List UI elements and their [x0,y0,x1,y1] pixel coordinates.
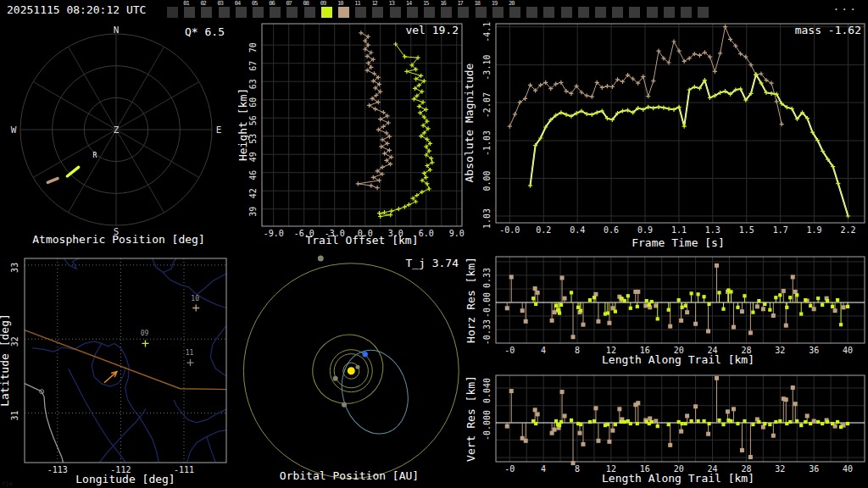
horz_res-plot: -04812162024283236400.33-0.00-0.33Length… [465,257,865,366]
frame-button-extra[interactable] [664,7,675,18]
station-label-10: 10 [191,295,199,302]
vert_res-plot: -04812162024283236400.040-0.000Length Al… [465,375,865,485]
streak-yellow [67,167,78,176]
station-marker-11 [187,359,194,366]
x-tick-label: -0.0 [499,225,520,235]
frame-button-12[interactable]: 12 [372,7,383,18]
radiant-marker: R [93,152,97,159]
x-tick-label: 9.0 [449,229,465,238]
top-bar: 20251115 08:20:12 UTC 010203040506070809… [0,0,868,21]
polar-spoke [69,47,117,130]
frame-button-02[interactable]: 02 [201,7,212,18]
frame-button-17[interactable]: 17 [458,7,469,18]
app-window: 20251115 08:20:12 UTC 010203040506070809… [0,0,868,488]
x-axis-title: Longitude [deg] [75,473,175,485]
x-axis-title: Frame Time [s] [632,236,725,249]
compass-west: W [11,125,17,136]
y-axis-title: Height [km] [236,88,249,161]
frame-button-07[interactable]: 07 [287,7,298,18]
gridlines [496,375,865,462]
frame-button-09[interactable]: 09 [321,7,332,18]
frame-button-05[interactable]: 05 [253,7,264,18]
compass-east: E [216,125,222,136]
frame-button-06[interactable]: 06 [270,7,281,18]
x-tick-label: 36 [809,464,819,474]
panel-title: Atmospheric Position [deg] [32,233,205,246]
coastline [25,384,64,463]
frame-button-18[interactable]: 18 [476,7,487,18]
y-tick-label: -0.33 [482,319,492,345]
frame-button-13[interactable]: 13 [390,7,401,18]
y-tick-label: 67 [248,61,258,71]
x-axis-title: Length Along Trail [km] [602,472,754,485]
plot-frame [262,24,462,226]
vert-yellow-markers [531,419,849,429]
direction-arrow [104,372,117,383]
river [187,430,226,462]
y-tick-label: 63 [248,79,258,89]
overflow-menu[interactable]: ... [833,0,858,13]
gridlines [262,24,462,226]
frame-button-extra[interactable] [595,7,606,18]
y-tick-label: 0.33 [482,268,492,288]
streak-tan [47,179,58,183]
frame-button-blank[interactable] [167,7,178,18]
frame-button-extra[interactable] [578,7,589,18]
x-tick-label: 40 [843,464,853,474]
x-axis-title: Length Along Trail [km] [602,353,754,366]
frame-button-20[interactable]: 20 [509,7,520,18]
station-marker-09 [142,340,149,347]
river [174,400,226,423]
frame-button-extra[interactable] [543,7,554,18]
x-tick-label: 32 [775,346,785,355]
frame-button-15[interactable]: 15 [424,7,435,18]
frame-button-11[interactable]: 11 [355,7,366,18]
trail-tan-line [358,33,392,188]
y-tick-label: 31 [10,410,19,420]
x-tick-label: 8 [575,464,580,474]
x-tick-label: 1.5 [739,225,754,235]
mag-yellow-fit-line [531,75,849,216]
frame-button-extra[interactable] [681,7,692,18]
compass-north: N [114,25,120,36]
river [64,258,79,269]
frame-button-extra[interactable] [612,7,623,18]
x-tick-label: 6.0 [419,229,434,238]
frame-button-extra[interactable] [698,7,709,18]
frame-button-16[interactable]: 16 [441,7,452,18]
polar-spoke [116,47,164,130]
lightcurve-plot: -0.00.20.40.60.91.11.31.51.71.92.2-4.14-… [463,21,865,249]
frame-button-extra[interactable] [629,7,640,18]
frame-button-04[interactable]: 04 [236,7,247,18]
x-tick-label: -9.0 [264,229,284,238]
mag-tan-line [509,27,782,127]
frame-button-10[interactable]: 10 [338,7,349,18]
mercury-dot [356,365,360,369]
frame-button-19[interactable]: 19 [492,7,504,18]
river [210,326,226,376]
timestamp: 20251115 08:20:12 UTC [7,3,146,16]
x-tick-label: 0.6 [604,225,619,235]
frame-button-08[interactable]: 08 [304,7,315,18]
frame-button-extra[interactable] [526,7,537,18]
y-axis-title: Vert Res [km] [465,375,477,462]
frame-button-03[interactable]: 03 [219,7,230,18]
ground-trajectory [25,330,226,390]
river [32,341,159,462]
x-axis-title: Trail Offset [km] [305,234,418,247]
y-tick-label: 49 [248,152,258,162]
frame-button-01[interactable]: 01 [184,7,195,18]
frame-button-extra[interactable] [647,7,658,18]
frame-button-extra[interactable] [561,7,572,18]
frame-button-14[interactable]: 14 [407,7,418,18]
x-tick-label: -113 [47,465,68,474]
river [163,273,226,308]
trail-tan-markers [356,30,394,190]
station-label-11: 11 [186,349,194,357]
x-tick-label: -0 [504,346,515,355]
y-tick-label: -4.14 [482,21,492,42]
x-tick-label: 0.4 [570,225,585,235]
river [69,369,125,462]
y-tick-label: 53 [248,134,258,144]
x-tick-label: 4 [541,464,546,474]
